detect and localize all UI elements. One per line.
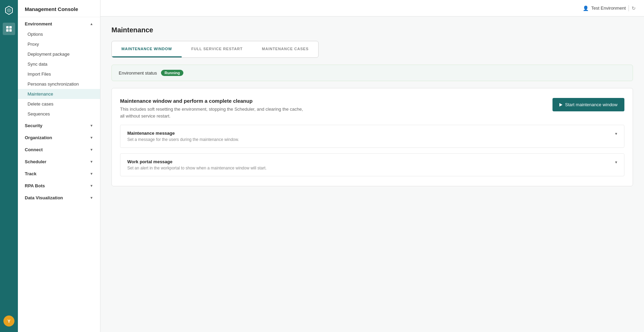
- work-portal-message-text: Work portal message Set an alert in the …: [127, 159, 267, 170]
- sidebar-item-sequences[interactable]: Sequences: [18, 109, 100, 119]
- sidebar-app-title: Management Console: [18, 0, 100, 17]
- sidebar-track-section: Track ▼: [18, 167, 100, 179]
- card-header: Maintenance window and perform a complet…: [120, 98, 624, 119]
- play-icon: [559, 103, 562, 107]
- user-avatar: Y: [3, 316, 14, 327]
- maintenance-message-title: Maintenance message: [127, 131, 239, 136]
- env-status-bar: Environment status Running: [111, 65, 633, 81]
- sidebar-rpa-bots-header[interactable]: RPA Bots ▼: [18, 179, 100, 191]
- chevron-up-icon: ▲: [90, 22, 93, 26]
- svg-rect-2: [6, 26, 9, 29]
- environment-label: Test Environment: [591, 5, 626, 11]
- sidebar-item-options[interactable]: Options: [18, 29, 100, 39]
- chevron-down-icon: ▼: [90, 136, 93, 140]
- status-badge: Running: [161, 70, 183, 76]
- sidebar-track-header[interactable]: Track ▼: [18, 167, 100, 179]
- tabs-container: MAINTENANCE WINDOW FULL SERVICE RESTART …: [111, 41, 319, 58]
- card-title: Maintenance window and perform a complet…: [120, 98, 303, 104]
- sidebar-item-import-files[interactable]: Import Files: [18, 69, 100, 79]
- chevron-down-icon: ▼: [90, 160, 93, 164]
- sidebar-data-viz-section: Data Visualization ▼: [18, 191, 100, 203]
- sidebar-item-proxy[interactable]: Proxy: [18, 39, 100, 49]
- env-status-label: Environment status: [119, 70, 157, 76]
- sidebar-security-header[interactable]: Security ▼: [18, 119, 100, 131]
- content-area: Maintenance MAINTENANCE WINDOW FULL SERV…: [100, 16, 644, 332]
- sidebar-security-section: Security ▼: [18, 119, 100, 131]
- card-description-line2: all without service restart.: [120, 113, 171, 119]
- maintenance-message-header[interactable]: Maintenance message Set a message for th…: [120, 125, 624, 147]
- svg-rect-3: [9, 26, 12, 29]
- sidebar-organization-header[interactable]: Organization ▼: [18, 131, 100, 143]
- sidebar-rpa-bots-section: RPA Bots ▼: [18, 179, 100, 191]
- person-icon: 👤: [583, 5, 589, 11]
- icon-bar: Y: [0, 0, 18, 332]
- topbar-environment: 👤 Test Environment: [583, 5, 626, 11]
- sidebar-connect-section: Connect ▼: [18, 143, 100, 155]
- sidebar-environment-section: Environment ▲ Options Proxy Deployment p…: [18, 17, 100, 119]
- work-portal-message-section: Work portal message Set an alert in the …: [120, 153, 624, 176]
- maintenance-message-chevron-icon: ▾: [615, 131, 617, 136]
- start-button-label: Start maintenance window: [565, 102, 618, 107]
- sidebar: Management Console Environment ▲ Options…: [18, 0, 100, 332]
- chevron-down-icon: ▼: [90, 124, 93, 128]
- main-content: 👤 Test Environment ↻ Maintenance MAINTEN…: [100, 0, 644, 332]
- sidebar-scheduler-section: Scheduler ▼: [18, 155, 100, 167]
- tab-full-service-restart[interactable]: FULL SERVICE RESTART: [182, 41, 252, 57]
- work-portal-message-header[interactable]: Work portal message Set an alert in the …: [120, 154, 624, 176]
- app-logo-icon: [3, 4, 15, 16]
- sidebar-item-deployment[interactable]: Deployment package: [18, 49, 100, 59]
- tab-maintenance-window[interactable]: MAINTENANCE WINDOW: [112, 41, 182, 57]
- svg-rect-5: [9, 29, 12, 32]
- refresh-icon[interactable]: ↻: [632, 5, 636, 11]
- sidebar-item-maintenance[interactable]: Maintenance: [18, 89, 100, 99]
- sidebar-scheduler-header[interactable]: Scheduler ▼: [18, 155, 100, 167]
- sidebar-data-viz-header[interactable]: Data Visualization ▼: [18, 191, 100, 203]
- svg-rect-4: [6, 29, 9, 32]
- card-description-line1: This includes soft resetting the environ…: [120, 107, 303, 112]
- maintenance-message-text: Maintenance message Set a message for th…: [127, 131, 239, 142]
- start-maintenance-button[interactable]: Start maintenance window: [552, 98, 624, 111]
- sidebar-item-personas[interactable]: Personas synchronization: [18, 79, 100, 89]
- sidebar-item-sync-data[interactable]: Sync data: [18, 59, 100, 69]
- work-portal-title: Work portal message: [127, 159, 267, 164]
- nav-grid-icon[interactable]: [3, 23, 15, 35]
- maintenance-message-section: Maintenance message Set a message for th…: [120, 125, 624, 148]
- card-description: This includes soft resetting the environ…: [120, 106, 303, 119]
- work-portal-subtitle: Set an alert in the workportal to show w…: [127, 166, 267, 170]
- chevron-down-icon: ▼: [90, 172, 93, 176]
- card-content: Maintenance window and perform a complet…: [120, 98, 303, 119]
- maintenance-card: Maintenance window and perform a complet…: [111, 88, 633, 186]
- work-portal-chevron-icon: ▾: [615, 160, 617, 165]
- sidebar-connect-header[interactable]: Connect ▼: [18, 143, 100, 155]
- topbar-divider: [629, 5, 629, 11]
- page-title: Maintenance: [111, 26, 633, 34]
- sidebar-environment-header[interactable]: Environment ▲: [18, 17, 100, 29]
- chevron-down-icon: ▼: [90, 184, 93, 188]
- topbar: 👤 Test Environment ↻: [100, 0, 644, 16]
- maintenance-message-subtitle: Set a message for the users during the m…: [127, 137, 239, 142]
- sidebar-item-delete-cases[interactable]: Delete cases: [18, 99, 100, 109]
- chevron-down-icon: ▼: [90, 148, 93, 152]
- chevron-down-icon: ▼: [90, 196, 93, 200]
- svg-marker-1: [7, 8, 11, 13]
- sidebar-organization-section: Organization ▼: [18, 131, 100, 143]
- tab-maintenance-cases[interactable]: MAINTENANCE CASES: [252, 41, 318, 57]
